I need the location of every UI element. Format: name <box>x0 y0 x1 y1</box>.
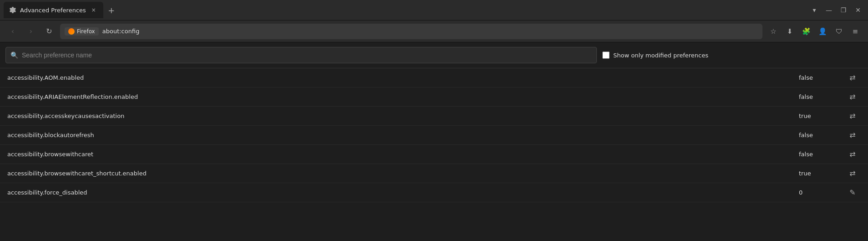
filter-checkbox-area: Show only modified preferences <box>602 51 708 59</box>
preferences-table: accessibility.AOM.enabledfalse⇄accessibi… <box>0 68 868 241</box>
firefox-badge: Firefox <box>65 27 99 36</box>
pref-action-button[interactable]: ⇄ <box>844 110 861 123</box>
table-row[interactable]: accessibility.AOM.enabledfalse⇄ <box>0 68 868 87</box>
extension-button[interactable]: 🧩 <box>799 24 813 39</box>
new-tab-button[interactable]: + <box>105 4 118 16</box>
pref-action-button[interactable]: ⇄ <box>844 129 861 142</box>
url-text: about:config <box>102 28 140 35</box>
pref-name: accessibility.browsewithcaret <box>7 151 790 158</box>
nav-right-icons: ☆ ⬇ 🧩 👤 🛡 ≡ <box>766 24 863 39</box>
table-row[interactable]: accessibility.accesskeycausesactivationt… <box>0 107 868 126</box>
window-controls: ▾ — ❐ ✕ <box>808 4 864 16</box>
tab-gear-icon <box>9 6 16 14</box>
menu-button[interactable]: ≡ <box>848 24 863 39</box>
pref-action-button[interactable]: ⇄ <box>844 91 861 103</box>
search-bar: 🔍 Show only modified preferences <box>0 42 868 68</box>
pref-value: false <box>790 132 844 138</box>
pref-name: accessibility.ARIAElementReflection.enab… <box>7 93 790 100</box>
pref-name: accessibility.browsewithcaret_shortcut.e… <box>7 170 790 177</box>
tab-title: Advanced Preferences <box>20 7 86 14</box>
pref-value: 0 <box>790 189 844 196</box>
firefox-badge-label: Firefox <box>77 28 95 35</box>
pref-name: accessibility.blockautorefresh <box>7 132 790 138</box>
bookmark-button[interactable]: ☆ <box>766 24 781 39</box>
forward-button[interactable]: › <box>24 24 38 39</box>
avatar-button[interactable]: 👤 <box>815 24 830 39</box>
active-tab[interactable]: Advanced Preferences × <box>4 2 103 18</box>
minimize-button[interactable]: — <box>823 4 835 16</box>
pref-name: accessibility.accesskeycausesactivation <box>7 113 790 119</box>
close-button[interactable]: ✕ <box>852 4 864 16</box>
table-row[interactable]: accessibility.browsewithcaretfalse⇄ <box>0 145 868 164</box>
table-row[interactable]: accessibility.browsewithcaret_shortcut.e… <box>0 164 868 183</box>
main-content: 🔍 Show only modified preferences accessi… <box>0 42 868 241</box>
back-button[interactable]: ‹ <box>5 24 20 39</box>
firefox-icon <box>68 28 75 35</box>
pref-value: false <box>790 93 844 100</box>
restore-button[interactable]: ❐ <box>837 4 850 16</box>
filter-label: Show only modified preferences <box>613 52 708 59</box>
search-input[interactable] <box>22 51 592 59</box>
reload-button[interactable]: ↻ <box>42 24 56 39</box>
pref-name: accessibility.force_disabled <box>7 189 790 196</box>
nav-bar: ‹ › ↻ Firefox about:config ☆ ⬇ 🧩 👤 🛡 ≡ <box>0 21 868 42</box>
title-bar: Advanced Preferences × + ▾ — ❐ ✕ <box>0 0 868 21</box>
modified-only-checkbox[interactable] <box>602 51 610 59</box>
shield-button[interactable]: 🛡 <box>832 24 846 39</box>
pref-action-button[interactable]: ⇄ <box>844 148 861 161</box>
dropdown-button[interactable]: ▾ <box>808 4 821 16</box>
search-input-wrapper[interactable]: 🔍 <box>5 47 597 63</box>
tab-close-button[interactable]: × <box>90 6 98 14</box>
pref-action-button[interactable]: ⇄ <box>844 167 861 180</box>
table-row[interactable]: accessibility.force_disabled0✎ <box>0 183 868 202</box>
pref-value: true <box>790 113 844 119</box>
pref-value: true <box>790 170 844 177</box>
pref-name: accessibility.AOM.enabled <box>7 74 790 81</box>
pref-value: false <box>790 74 844 81</box>
table-row[interactable]: accessibility.blockautorefreshfalse⇄ <box>0 126 868 145</box>
pref-value: false <box>790 151 844 158</box>
url-bar[interactable]: Firefox about:config <box>60 24 762 39</box>
table-row[interactable]: accessibility.ARIAElementReflection.enab… <box>0 87 868 107</box>
download-button[interactable]: ⬇ <box>782 24 797 39</box>
search-icon: 🔍 <box>10 51 18 59</box>
tab-area: Advanced Preferences × + <box>4 2 808 18</box>
pref-action-button[interactable]: ✎ <box>844 186 861 199</box>
pref-action-button[interactable]: ⇄ <box>844 72 861 84</box>
